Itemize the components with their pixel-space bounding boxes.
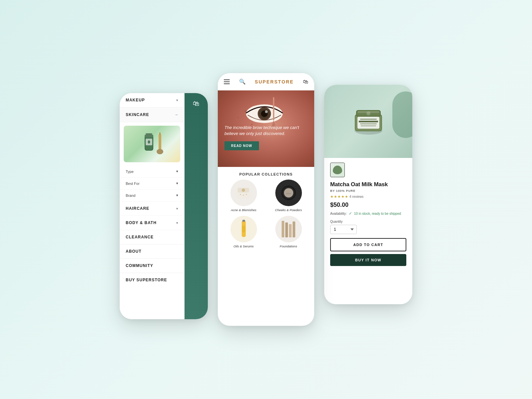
svg-rect-27 [242,226,245,232]
store-cart-button[interactable]: 🛍 [303,79,308,85]
product-page: Matcha Oat Milk Mask BY 100% PURE ★ ★ ★ … [324,85,412,304]
product-thumbnail-1[interactable] [330,163,345,177]
quantity-select[interactable]: 1 2 3 [330,225,357,234]
cheeks-product-svg: alima [280,185,297,201]
check-circle-icon: ✓ [349,211,352,216]
collection-label-cheeks: Cheeks & Powders [275,208,302,212]
collection-circle-oils [230,216,257,242]
read-now-button[interactable]: READ NOW [224,141,259,150]
collection-circle-cheeks: alima [275,180,302,206]
chevron-down-icon: ▾ [176,98,178,102]
svg-point-17 [242,189,245,192]
star-2: ★ [334,195,337,199]
availability-label: Availability: [330,212,347,215]
foundation-sticks [282,221,295,237]
nav-label-bestfor: Best For [126,182,140,186]
chevron-haircare-icon: ▾ [176,207,178,210]
phone-main: 🔍 SUPERSTORE 🛍 [218,73,314,326]
availability-text: 10 in stock, ready to be shipped [354,212,401,215]
collection-item-acne[interactable]: Acne & Blemishes [223,180,264,212]
hero-title: The incredible brow technique we can't b… [224,125,308,137]
chevron-brand-icon: ▾ [176,193,178,198]
star-3: ★ [337,195,341,199]
minus-icon: − [175,112,178,117]
search-button[interactable]: 🔍 [239,78,246,85]
nav-item-clearance[interactable]: CLEARANCE [120,230,184,244]
nav-item-community[interactable]: COMMUNITY [120,259,184,273]
nav-item-bodybath[interactable]: BODY & BATH ▾ [120,216,184,230]
acne-product-svg [234,184,253,202]
nav-filter-bestfor[interactable]: Best For ▾ [120,178,184,190]
star-half: ★ [345,195,348,199]
availability-row: Availability: ✓ 10 in stock, ready to be… [330,211,406,216]
nav-label-brand: Brand [126,194,135,198]
add-to-cart-button[interactable]: ADD TO CART [330,238,406,251]
nav-label-clearance: CLEARANCE [126,235,154,239]
nav-item-haircare[interactable]: HAIRCARE ▾ [120,201,184,216]
collection-circle-acne [230,180,257,206]
svg-rect-14 [273,97,274,120]
star-rating: ★ ★ ★ ★ ★ 4 reviews [330,195,406,199]
product-thumbnail-row [330,163,406,177]
product-hero-bg [324,85,412,158]
nav-label-bodybath: BODY & BATH [126,220,157,225]
star-4: ★ [341,195,344,199]
hamburger-menu-button[interactable] [224,79,230,84]
svg-rect-36 [359,121,378,122]
svg-rect-34 [357,117,379,129]
nav-item-makeup[interactable]: MAKEUP ▾ [120,93,184,107]
nav-label-skincare: SKINCARE [126,112,149,117]
hamburger-line-3 [224,83,230,84]
svg-rect-5 [145,135,153,137]
phone-nav: MAKEUP ▾ SKINCARE − [120,93,208,319]
phones-container: MAKEUP ▾ SKINCARE − [120,73,412,326]
collection-item-oils[interactable]: Oils & Serums [223,216,264,248]
collection-item-cheeks[interactable]: alima Cheeks & Powders [268,180,309,212]
hero-text-overlay: The incredible brow technique we can't b… [224,125,308,150]
svg-rect-8 [159,132,161,135]
hamburger-line-2 [224,81,230,82]
store-header: 🔍 SUPERSTORE 🛍 [218,73,314,90]
product-price: $50.00 [330,201,406,208]
oil-product-svg [237,219,250,239]
nav-item-about[interactable]: ABOUT [120,244,184,259]
collection-label-acne: Acne & Blemishes [231,208,256,212]
star-1: ★ [330,195,333,199]
svg-rect-26 [242,220,245,222]
nav-label-buy-superstore: BUY SUPERSTORE [126,278,167,282]
quantity-label: Quantity [330,220,406,223]
freckle-2 [238,117,239,118]
product-name: Matcha Oat Milk Mask [330,181,406,188]
hero-banner: The incredible brow technique we can't b… [218,90,314,167]
svg-point-7 [157,149,163,154]
buy-it-now-button[interactable]: BUY IT NOW [330,254,406,266]
nav-label-about: ABOUT [126,249,141,254]
nav-filter-type[interactable]: Type ▾ [120,166,184,178]
green-accent-decor [392,91,412,138]
nav-filter-brand[interactable]: Brand ▾ [120,190,184,201]
nav-label-community: COMMUNITY [126,263,153,268]
collection-item-foundation[interactable]: Foundations [268,216,309,248]
nav-item-skincare[interactable]: SKINCARE − [120,107,184,122]
chevron-bestfor-icon: ▾ [176,181,178,186]
nav-right-strip: 🛍 [185,93,208,319]
product-brand: BY 100% PURE [330,189,406,193]
collection-bottom-row: Oils & Serums Foundations [218,216,314,252]
quantity-section: Quantity 1 2 3 [330,220,406,234]
skincare-image-section [120,122,184,166]
nav-item-buy-superstore[interactable]: BUY SUPERSTORE [120,273,184,287]
chevron-type-icon: ▾ [176,169,178,174]
svg-point-39 [366,111,370,115]
svg-rect-37 [360,123,377,124]
hamburger-line-1 [224,79,230,80]
svg-rect-38 [361,125,376,126]
store-logo: SUPERSTORE [255,79,294,84]
review-count: 4 reviews [349,195,363,199]
svg-rect-0 [146,133,152,135]
stars-display: ★ ★ ★ ★ ★ [330,195,348,199]
matcha-jar-svg [350,105,387,138]
cart-icon[interactable]: 🛍 [193,100,200,107]
svg-point-19 [243,195,244,196]
phone-product: Matcha Oat Milk Mask BY 100% PURE ★ ★ ★ … [324,85,412,304]
chevron-bodybath-icon: ▾ [176,221,178,225]
